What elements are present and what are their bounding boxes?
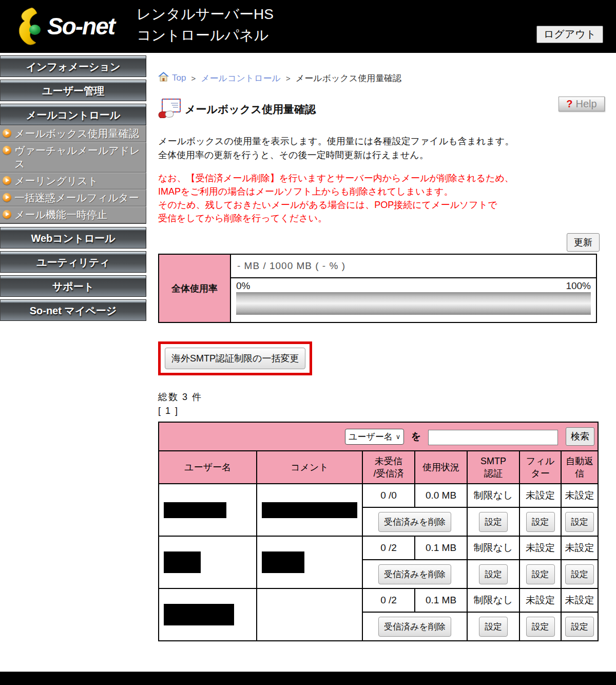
play-icon bbox=[3, 146, 11, 155]
top-header: So-net レンタルサーバーHS コントロールパネル ログアウト bbox=[0, 0, 616, 53]
mail-control-submenu: メールボックス使用量確認 ヴァーチャルメールアドレス メーリングリスト 一括迷惑… bbox=[0, 125, 146, 224]
sidebar-nav: インフォメーション ユーザー管理 メールコントロール メールボックス使用量確認 … bbox=[0, 55, 146, 324]
sidebar-item-information[interactable]: インフォメーション bbox=[0, 55, 146, 77]
sidebar-item-mail-control[interactable]: メールコントロール bbox=[0, 104, 146, 125]
sidebar-sub-label: メールボックス使用量確認 bbox=[14, 128, 139, 139]
sidebar-sub-label: メーリングリスト bbox=[14, 175, 98, 186]
column-header-usage: 使用状況 bbox=[415, 451, 467, 484]
breadcrumb-separator: > bbox=[191, 74, 196, 83]
pagination[interactable]: [ 1 ] bbox=[158, 406, 600, 416]
warning-line: 受信をしてから削除を行ってください。 bbox=[158, 212, 600, 225]
sidebar-item-mailbox-usage[interactable]: メールボックス使用量確認 bbox=[0, 125, 146, 142]
smtp-set-button[interactable]: 設定 bbox=[479, 564, 508, 584]
unread-value: 0 /0 bbox=[362, 484, 415, 507]
table-row: 0 /2 0.1 MB 制限なし 未設定 未設定 bbox=[159, 536, 598, 560]
smtp-button-highlight-frame: 海外SMTP認証制限の一括変更 bbox=[158, 341, 312, 375]
logout-button[interactable]: ログアウト bbox=[536, 26, 603, 43]
filter-set-button[interactable]: 設定 bbox=[526, 617, 555, 637]
usage-value: 0.1 MB bbox=[415, 588, 467, 612]
comment-cell bbox=[257, 484, 362, 536]
usage-bar-cell: 0% 100% bbox=[230, 278, 596, 322]
sidebar-item-utility[interactable]: ユーティリティ bbox=[0, 251, 146, 273]
play-icon bbox=[3, 210, 11, 219]
filter-value: 未設定 bbox=[519, 536, 561, 560]
smtp-set-button[interactable]: 設定 bbox=[479, 512, 508, 532]
breadcrumb-link-mail-control[interactable]: メールコントロール bbox=[201, 72, 281, 84]
column-header-filter: フィルター bbox=[519, 451, 561, 484]
column-header-unread: 未受信/受信済 bbox=[362, 451, 415, 484]
chevron-down-icon bbox=[396, 433, 401, 441]
help-button[interactable]: ? Help bbox=[559, 97, 605, 111]
help-label: Help bbox=[576, 98, 597, 110]
intro-text: メールボックスの使用量を表示します。使用量には各種設定ファイルも含まれます。 全… bbox=[158, 135, 600, 162]
autoreply-value: 未設定 bbox=[561, 484, 598, 507]
autoreply-set-button[interactable]: 設定 bbox=[565, 512, 594, 532]
usage-row-label: 全体使用率 bbox=[159, 254, 230, 322]
smtp-set-button[interactable]: 設定 bbox=[479, 617, 508, 637]
breadcrumb-current: メールボックス使用量確認 bbox=[296, 72, 401, 84]
filter-value: 未設定 bbox=[519, 588, 561, 612]
help-question-icon: ? bbox=[566, 98, 572, 110]
usage-scale-max: 100% bbox=[566, 280, 591, 292]
autoreply-value: 未設定 bbox=[561, 588, 598, 612]
delete-received-button[interactable]: 受信済みを削除 bbox=[378, 564, 451, 584]
filter-set-button[interactable]: 設定 bbox=[526, 512, 555, 532]
sidebar-sub-label: ヴァーチャルメールアドレス bbox=[14, 145, 140, 169]
autoreply-set-button[interactable]: 設定 bbox=[565, 564, 594, 584]
sidebar-item-spam-filter[interactable]: 一括迷惑メールフィルター bbox=[0, 189, 146, 206]
username-cell bbox=[159, 536, 257, 588]
search-button[interactable]: 検索 bbox=[566, 427, 594, 446]
warning-text: なお、【受信済メール削除】を行いますとサーバー内からメールが削除されるため、 I… bbox=[158, 172, 600, 225]
sidebar-item-web-control[interactable]: Webコントロール bbox=[0, 227, 146, 249]
column-header-autoreply: 自動返信 bbox=[561, 451, 598, 484]
update-button[interactable]: 更新 bbox=[567, 233, 600, 252]
unread-value: 0 /2 bbox=[362, 588, 415, 612]
warning-line: IMAPをご利用の場合はメールソフト上からも削除されてしまいます。 bbox=[158, 185, 600, 198]
unread-value: 0 /2 bbox=[362, 536, 415, 560]
redacted-username bbox=[164, 551, 201, 573]
page-title-row: メールボックス使用量確認 ? Help bbox=[158, 99, 600, 119]
redacted-username bbox=[164, 604, 234, 625]
sonet-logo: So-net bbox=[13, 6, 114, 46]
smtp-value: 制限なし bbox=[467, 588, 519, 612]
brand-name: So-net bbox=[47, 12, 114, 40]
autoreply-set-button[interactable]: 設定 bbox=[565, 617, 594, 637]
breadcrumb-separator: > bbox=[286, 74, 291, 83]
warning-line: そのため、残しておきたいメールがある場合には、POP接続にてメールソフトで bbox=[158, 198, 600, 212]
sidebar-item-mail-suspend[interactable]: メール機能一時停止 bbox=[0, 206, 146, 223]
usage-value: 0.0 MB bbox=[415, 484, 467, 507]
search-input[interactable] bbox=[428, 430, 558, 445]
usage-scale-min: 0% bbox=[236, 280, 250, 292]
breadcrumb-link-top[interactable]: Top bbox=[172, 73, 186, 83]
sidebar-item-virtual-mail-address[interactable]: ヴァーチャルメールアドレス bbox=[0, 142, 146, 173]
usage-table: 全体使用率 - MB / 1000 MB ( - % ) 0% 100% bbox=[158, 254, 597, 323]
sonet-logo-mark bbox=[13, 6, 45, 46]
mailbox-table: ユーザー名 を 検索 ユーザー名 コメント 未受信/受信済 使用状況 bbox=[158, 422, 599, 641]
redacted-username bbox=[164, 502, 226, 518]
sidebar-item-sonet-mypage[interactable]: So-net マイページ bbox=[0, 299, 146, 321]
comment-cell bbox=[257, 588, 362, 641]
smtp-bulk-change-button[interactable]: 海外SMTP認証制限の一括変更 bbox=[165, 348, 305, 369]
table-search-row: ユーザー名 を 検索 bbox=[159, 422, 598, 451]
filter-set-button[interactable]: 設定 bbox=[526, 564, 555, 584]
delete-received-button[interactable]: 受信済みを削除 bbox=[378, 512, 451, 532]
total-count: 総数 3 件 bbox=[158, 391, 600, 403]
table-row: 0 /2 0.1 MB 制限なし 未設定 未設定 bbox=[159, 588, 598, 612]
column-header-comment: コメント bbox=[257, 451, 362, 484]
search-field-select[interactable]: ユーザー名 bbox=[345, 429, 404, 445]
delete-received-button[interactable]: 受信済みを削除 bbox=[378, 617, 451, 637]
usage-amount: - MB / 1000 MB ( - % ) bbox=[230, 254, 596, 278]
sidebar-sub-label: メール機能一時停止 bbox=[14, 209, 107, 220]
sidebar-sub-label: 一括迷惑メールフィルター bbox=[14, 192, 139, 203]
sidebar-item-mailing-list[interactable]: メーリングリスト bbox=[0, 173, 146, 189]
usage-value: 0.1 MB bbox=[415, 536, 467, 560]
play-icon bbox=[3, 176, 11, 185]
intro-line: 全体使用率の更新を行うと、その後一定時間更新は行えません。 bbox=[158, 148, 600, 162]
smtp-value: 制限なし bbox=[467, 536, 519, 560]
search-particle: を bbox=[411, 431, 421, 442]
main-content: Top > メールコントロール > メールボックス使用量確認 bbox=[158, 53, 600, 641]
app-title-line1: レンタルサーバーHS bbox=[137, 4, 274, 25]
sidebar-item-support[interactable]: サポート bbox=[0, 275, 146, 297]
sidebar-item-user-management[interactable]: ユーザー管理 bbox=[0, 80, 146, 101]
warning-line: なお、【受信済メール削除】を行いますとサーバー内からメールが削除されるため、 bbox=[158, 172, 600, 185]
